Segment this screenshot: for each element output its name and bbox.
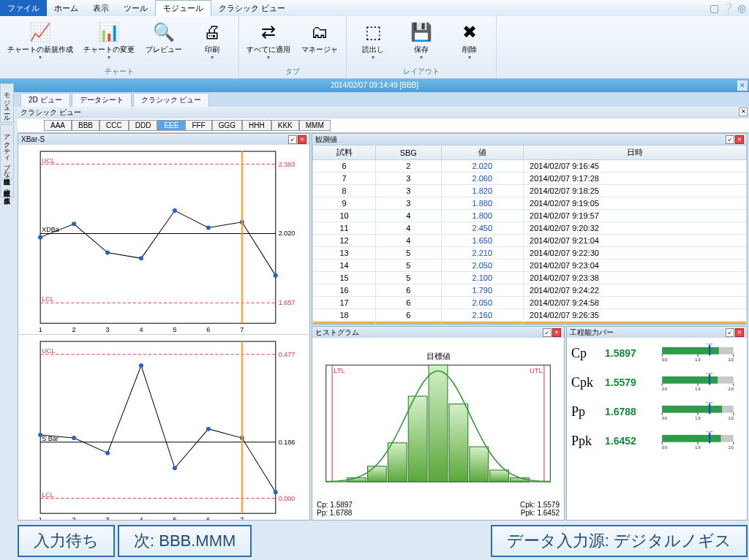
ribbon-icon: 🗂 — [308, 20, 331, 44]
classic-view-label: クラシック ビュー — [20, 108, 81, 116]
table-row[interactable]: 1241.6502014/02/07 9:21:04 — [313, 235, 747, 247]
panel-capability: 工程能力バー ↙ ✕ Cp 1.5897 1.33 0.0 1.0 2.0 — [566, 326, 748, 521]
table-row[interactable]: 1142.4502014/02/07 9:20:32 — [313, 222, 747, 235]
title-close-icon[interactable]: ✕ — [737, 80, 748, 91]
series-tab[interactable]: EEE — [157, 120, 185, 131]
svg-point-41 — [206, 427, 211, 431]
series-tab[interactable]: GGG — [212, 120, 242, 131]
menu-file[interactable]: ファイル — [0, 0, 47, 16]
doc-tab-classic[interactable]: クラシック ビュー — [133, 93, 210, 107]
ribbon-group-title: タブ — [285, 65, 300, 77]
svg-point-40 — [173, 466, 177, 471]
panel-xbar-s: XBar-S ↙ ✕ UCL2.383XDBa2.020LCL1.6571234… — [18, 133, 310, 521]
table-row[interactable]: 1661.7902014/02/07 9:24:22 — [313, 284, 747, 297]
ribbon-label: 削除 — [462, 45, 477, 54]
left-tab-module[interactable]: モジュール — [0, 83, 14, 123]
ribbon-icon: ✖ — [458, 20, 481, 44]
ribbon-button[interactable]: 🔍プレビュー — [142, 19, 186, 65]
series-tab[interactable]: HHH — [242, 120, 271, 131]
menu-tab-tool[interactable]: ツール — [116, 0, 155, 16]
title-strip-text: 2014/02/07 09:14:49 [BBB] — [331, 81, 418, 89]
svg-text:1.0: 1.0 — [696, 387, 701, 391]
panel-close-icon[interactable]: ✕ — [735, 135, 744, 144]
ribbon-label: プレビュー — [146, 45, 182, 54]
doc-tab-datasheet[interactable]: データシート — [72, 93, 132, 107]
svg-text:LTL: LTL — [334, 366, 345, 374]
ribbon-button[interactable]: 🖨印刷▾ — [190, 19, 234, 65]
capability-row: Cp 1.5897 1.33 0.0 1.0 2.0 — [571, 344, 742, 363]
svg-rect-91 — [662, 406, 722, 413]
svg-rect-62 — [388, 443, 407, 482]
table-row[interactable]: 831.8202014/02/07 9:18:25 — [313, 185, 747, 197]
series-tab[interactable]: AAA — [44, 120, 72, 131]
table-header[interactable]: SBG — [376, 145, 441, 160]
ribbon-button[interactable]: ✖削除▾ — [448, 19, 492, 65]
sys-icon[interactable]: ◎ — [737, 2, 746, 14]
table-row[interactable]: 1041.8002014/02/07 9:19:57 — [313, 210, 747, 222]
panel-restore-icon[interactable]: ↙ — [726, 328, 734, 337]
table-row[interactable]: 1862.1602014/02/07 9:26:35 — [313, 309, 747, 322]
series-tab[interactable]: FFF — [185, 120, 211, 131]
table-row[interactable]: 931.8802014/02/07 9:19:05 — [313, 197, 747, 210]
table-header[interactable]: 日時 — [524, 145, 747, 160]
menu-tab-classic[interactable]: クラシック ビュー — [211, 0, 293, 16]
svg-text:LCL: LCL — [42, 491, 54, 499]
svg-text:0.0: 0.0 — [662, 358, 667, 362]
panel-restore-icon[interactable]: ↙ — [288, 135, 297, 144]
table-header[interactable]: 値 — [441, 145, 524, 160]
chevron-down-icon: ▾ — [420, 54, 423, 61]
panel-observed: 観測値 ↙ ✕ 試料SBG値日時622.0202014/02/07 9:16:4… — [312, 133, 748, 325]
svg-point-11 — [72, 222, 76, 226]
table-row[interactable]: 622.0202014/02/07 9:16:45 — [313, 160, 747, 173]
svg-text:1: 1 — [39, 517, 42, 520]
svg-text:2.0: 2.0 — [729, 358, 734, 362]
ribbon-group-title: チャート — [105, 65, 134, 77]
svg-text:1.0: 1.0 — [696, 358, 701, 362]
help-icon[interactable]: ❔ — [722, 2, 734, 14]
observed-table[interactable]: 試料SBG値日時622.0202014/02/07 9:16:45732.060… — [312, 145, 747, 324]
series-tab[interactable]: BBB — [72, 120, 99, 131]
panel-histogram: ヒストグラム ↙ ✕ 目標値LTLUTLCp: 1.5897Pp: 1.6788… — [312, 326, 565, 521]
panel-close-icon[interactable]: ✕ — [298, 135, 306, 144]
table-row[interactable]: 732.0602014/02/07 9:17:28 — [313, 173, 747, 185]
table-row[interactable]: 1762.0502014/02/07 9:24:58 — [313, 297, 747, 309]
series-tab[interactable]: KKK — [271, 120, 299, 131]
table-row[interactable]: 1971.7702014/02/07 9:27:44 — [313, 322, 747, 325]
capability-value: 1.6452 — [605, 435, 646, 447]
ribbon-button[interactable]: 💾保存▾ — [399, 19, 443, 65]
table-row[interactable]: 1552.1002014/02/07 9:23:38 — [313, 272, 747, 284]
capability-bar: 1.33 0.0 1.0 2.0 — [653, 402, 742, 421]
menu-tab-module[interactable]: モジュール — [155, 0, 211, 16]
menu-tab-view[interactable]: 表示 — [86, 0, 116, 16]
svg-point-37 — [72, 436, 76, 440]
capability-value: 1.5897 — [605, 347, 646, 359]
panel-restore-icon[interactable]: ↙ — [726, 135, 734, 144]
svg-rect-64 — [429, 365, 448, 482]
panel-close-icon[interactable]: ✕ — [552, 328, 561, 337]
ribbon-button[interactable]: 📈チャートの新規作成▾ — [4, 19, 76, 65]
table-row[interactable]: 1452.0502014/02/07 9:23:04 — [313, 260, 747, 272]
svg-text:目標値: 目標値 — [426, 352, 451, 360]
menu-tab-home[interactable]: ホーム — [47, 0, 86, 16]
series-tab[interactable]: MMM — [299, 120, 331, 131]
ribbon: 📈チャートの新規作成▾📊チャートの変更▾🔍プレビュー🖨印刷▾チャート⇄すべてに適… — [0, 16, 749, 79]
panel-restore-icon[interactable]: ↙ — [543, 328, 552, 337]
series-tab[interactable]: CCC — [99, 120, 129, 131]
series-tab[interactable]: DDD — [129, 120, 158, 131]
ribbon-button[interactable]: ⬚読出し▾ — [351, 19, 395, 65]
table-row[interactable]: 1352.2102014/02/07 9:22:30 — [313, 247, 747, 260]
ribbon-button[interactable]: 🗂マネージャ — [298, 19, 342, 65]
svg-text:UTL: UTL — [530, 366, 543, 374]
left-tab-new-record[interactable]: 検査記録の新規作成 — [0, 180, 14, 197]
status-next: 次: BBB.MMM — [118, 525, 252, 557]
ribbon-button[interactable]: 📊チャートの変更▾ — [80, 19, 138, 65]
ribbon-button[interactable]: ⇄すべてに適用▾ — [244, 19, 293, 65]
doc-tab-2d[interactable]: 2D ビュー — [20, 93, 70, 107]
ribbon-label: チャートの新規作成 — [7, 45, 73, 54]
table-header[interactable]: 試料 — [313, 145, 376, 160]
minimize-icon[interactable]: ▢ — [710, 2, 719, 14]
histogram-chart: 目標値LTLUTL — [315, 341, 561, 517]
left-tab-active-record[interactable]: アクティブな検査記録 — [0, 124, 14, 178]
panel-close-icon[interactable]: ✕ — [735, 328, 744, 337]
classic-close-icon[interactable]: ✕ — [739, 107, 748, 116]
